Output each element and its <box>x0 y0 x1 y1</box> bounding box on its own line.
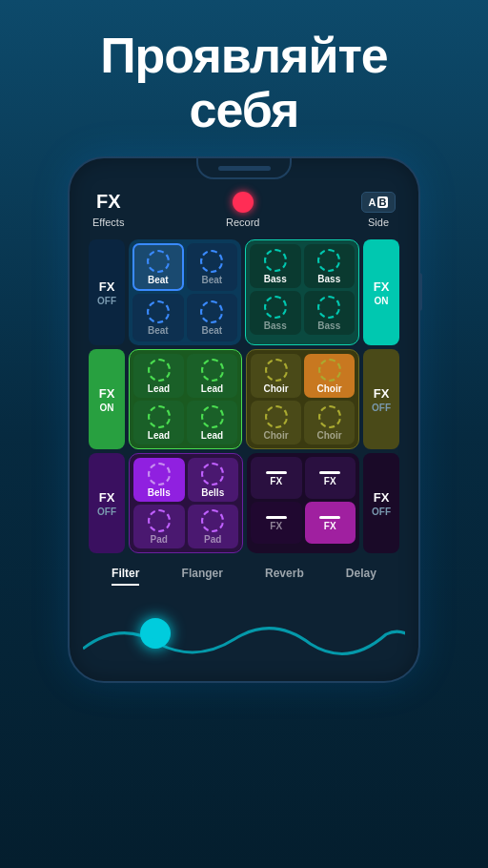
pad-pad-2[interactable]: Pad <box>188 505 239 548</box>
bass-label-2: Bass <box>317 274 340 284</box>
ab-badge[interactable]: A B <box>361 192 396 213</box>
beat-label-2: Beat <box>201 275 222 285</box>
fx-button-row3-left[interactable]: FX OFF <box>89 453 125 553</box>
bass-icon-3 <box>264 296 287 319</box>
lead-pad-1[interactable]: Lead <box>133 354 184 398</box>
bass-label-4: Bass <box>317 320 340 331</box>
effects-header: FX Effects <box>92 191 124 228</box>
tab-flanger[interactable]: Flanger <box>182 567 223 586</box>
dash-icon-1 <box>266 471 287 474</box>
bells-icon-1 <box>148 463 171 486</box>
beat-pad-3[interactable]: Beat <box>132 294 184 341</box>
lead-pad-3[interactable]: Lead <box>133 401 184 444</box>
choir-icon-1 <box>265 359 288 382</box>
fx-pad-label-4: FX <box>324 521 336 531</box>
choir-label-4: Choir <box>316 430 341 441</box>
fx-pad-1[interactable]: FX <box>251 457 302 499</box>
lead-icon-1 <box>148 359 171 382</box>
choir-pad-4[interactable]: Choir <box>304 401 355 444</box>
fx-button-row2-right[interactable]: FX OFF <box>363 349 399 449</box>
pad-pad-1[interactable]: Pad <box>133 505 185 548</box>
bass-icon-4 <box>317 296 340 319</box>
notch-bar <box>218 166 271 171</box>
choir-pad-2[interactable]: Choir <box>304 354 355 398</box>
choir-icon-2 <box>318 359 341 382</box>
beat-pad-grid: Beat Beat Beat Beat <box>132 243 237 341</box>
beat-icon-2 <box>200 250 223 273</box>
fx-pad-3[interactable]: FX <box>251 502 302 544</box>
beat-pad-1[interactable]: Beat <box>132 243 184 291</box>
bass-pad-2[interactable]: Bass <box>304 244 356 288</box>
record-header[interactable]: Record <box>226 192 259 228</box>
bells-section: Bells Bells Pad Pad <box>129 453 243 553</box>
choir-pad-1[interactable]: Choir <box>251 354 301 398</box>
bass-pad-grid: Bass Bass Bass Bass <box>250 244 355 335</box>
bass-pad-1[interactable]: Bass <box>250 244 301 288</box>
lead-pad-4[interactable]: Lead <box>187 401 237 444</box>
fx-pad-label-1: FX <box>270 476 282 486</box>
bells-pad-2[interactable]: Bells <box>188 458 239 502</box>
bass-section: Bass Bass Bass Bass <box>245 239 359 345</box>
phone-mockup: FX Effects Record A B Side FX OFF <box>68 156 420 683</box>
record-button[interactable] <box>233 192 254 213</box>
lead-icon-3 <box>148 405 171 428</box>
fx-pad-4[interactable]: FX <box>305 502 356 544</box>
grid-row-3: FX OFF Bells Bells Pad <box>89 453 399 553</box>
beat-icon-1 <box>147 250 170 273</box>
a-letter: A <box>369 196 376 208</box>
bells-label-1: Bells <box>148 487 171 498</box>
grid-row-1: FX OFF Beat Beat Beat <box>89 239 399 345</box>
fx-pad-2[interactable]: FX <box>305 457 356 499</box>
fx-button-row2-left[interactable]: FX ON <box>89 349 125 449</box>
fx-button-row1-left[interactable]: FX OFF <box>89 239 125 345</box>
headline: Проявляйте себя <box>100 29 388 137</box>
dash-icon-4 <box>319 516 340 519</box>
headline-line2: себя <box>100 83 388 137</box>
bells-icon-2 <box>201 463 224 486</box>
lead-pad-2[interactable]: Lead <box>187 354 237 398</box>
phone-notch <box>196 158 292 179</box>
choir-icon-4 <box>318 405 341 428</box>
wave-svg <box>83 610 405 668</box>
choir-label-3: Choir <box>263 430 288 441</box>
side-label: Side <box>368 217 389 228</box>
volume-button <box>418 273 422 311</box>
fx-pads-grid: FX FX FX FX <box>251 457 356 544</box>
fx-label: FX <box>99 279 115 294</box>
dash-icon-3 <box>266 516 287 519</box>
fx-button-row3-right[interactable]: FX OFF <box>363 453 399 553</box>
pad-icon-2 <box>201 509 224 532</box>
fx-status-off3: OFF <box>97 506 116 517</box>
pad-label-1: Pad <box>151 534 168 545</box>
beat-pad-2[interactable]: Beat <box>187 243 238 291</box>
headline-line1: Проявляйте <box>100 29 388 83</box>
bass-label-3: Bass <box>264 320 287 331</box>
bells-pad-grid: Bells Bells Pad Pad <box>133 458 238 548</box>
lead-label-3: Lead <box>148 430 170 441</box>
fx-label-right3: FX <box>374 490 390 505</box>
tab-delay[interactable]: Delay <box>346 567 376 586</box>
beat-icon-4 <box>200 300 223 323</box>
side-header[interactable]: A B Side <box>361 192 396 228</box>
grid-row-2: FX ON Lead Lead Lead <box>89 349 399 449</box>
lead-label-2: Lead <box>201 383 223 394</box>
choir-label-2: Choir <box>316 383 341 394</box>
pad-icon-1 <box>148 509 171 532</box>
beat-pad-4[interactable]: Beat <box>187 294 238 341</box>
fx-status-off2: OFF <box>372 403 391 413</box>
fx-button-row1-right[interactable]: FX ON <box>363 239 399 345</box>
lead-label-4: Lead <box>201 430 223 441</box>
fx-pad-label-3: FX <box>270 521 282 531</box>
tab-reverb[interactable]: Reverb <box>265 567 304 586</box>
bass-icon-1 <box>264 249 287 272</box>
fx-status-on1: ON <box>375 296 389 306</box>
bass-pad-3[interactable]: Bass <box>250 291 301 335</box>
bass-pad-4[interactable]: Bass <box>304 291 356 335</box>
tab-filter[interactable]: Filter <box>112 567 139 586</box>
choir-icon-3 <box>265 405 288 428</box>
choir-pad-3[interactable]: Choir <box>251 401 301 444</box>
lead-section: Lead Lead Lead Lead <box>129 349 242 449</box>
bells-pad-1[interactable]: Bells <box>133 458 185 502</box>
fx-label-right2: FX <box>374 386 390 401</box>
bass-label-1: Bass <box>264 274 287 284</box>
